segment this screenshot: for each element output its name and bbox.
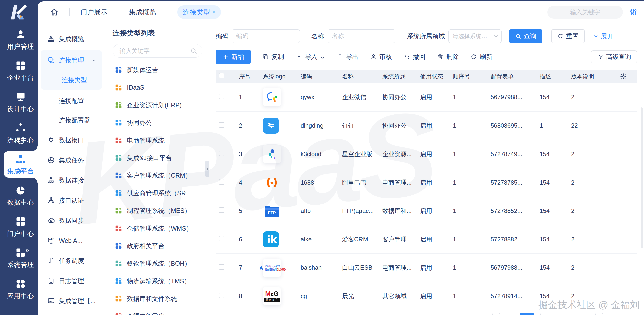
panel-search-input[interactable] bbox=[113, 44, 202, 58]
rail-item-3[interactable]: 设计中心 bbox=[4, 89, 38, 115]
column-header-order[interactable]: 顺序号 bbox=[450, 70, 488, 83]
table-row-1[interactable]: 1qywx企业微信协同办公启用156797988...1542 bbox=[216, 83, 637, 111]
rail-item-7[interactable]: 门户中心 bbox=[4, 213, 38, 240]
menu-subitem-连接配置[interactable]: 连接配置 bbox=[38, 91, 105, 110]
connection-type-item-13[interactable]: 物流运输系统（TMS） bbox=[113, 272, 202, 290]
row-checkbox[interactable] bbox=[219, 122, 224, 128]
toolbar-import-button[interactable]: 导入 bbox=[296, 53, 325, 61]
menu-subitem-连接配置器[interactable]: 连接配置器 bbox=[38, 110, 105, 130]
close-icon[interactable]: × bbox=[212, 9, 215, 15]
connection-type-item-14[interactable]: 数据库和文件系统 bbox=[113, 290, 202, 307]
row-checkbox[interactable] bbox=[219, 293, 224, 298]
table-row-2[interactable]: 2dingding钉钉协同办公启用156808695...122 bbox=[216, 111, 637, 140]
rail-item-6[interactable]: 数据中心 bbox=[4, 182, 38, 209]
menu-subitem-连接类型[interactable]: 连接类型 bbox=[41, 70, 102, 90]
page-number-active[interactable] bbox=[520, 313, 534, 315]
rail-item-2[interactable]: 企业平台 bbox=[4, 58, 38, 84]
rail-item-8[interactable]: 系统管理 bbox=[4, 245, 38, 271]
menu-item-group-header[interactable]: 连接管理 bbox=[41, 50, 102, 70]
menu-item-接口认证[interactable]: 接口认证 bbox=[38, 190, 105, 210]
gear-icon[interactable] bbox=[620, 73, 627, 80]
page-size-select[interactable] bbox=[450, 313, 493, 315]
app-logo[interactable] bbox=[0, 0, 38, 24]
rail-item-4[interactable]: 流程中心 bbox=[4, 120, 38, 147]
menu-item-任务调度[interactable]: 任务调度 bbox=[38, 251, 105, 271]
table-scrollbar[interactable] bbox=[641, 107, 643, 248]
tab-2[interactable]: 集成概览 bbox=[129, 8, 156, 17]
rail-item-9[interactable]: 应用中心 bbox=[4, 276, 38, 302]
menu-item-日志管理[interactable]: 日志管理 bbox=[38, 271, 105, 291]
column-header-num[interactable]: 序号 bbox=[236, 70, 260, 83]
menu-item-集成管理【...[interactable]: 集成管理【... bbox=[38, 291, 105, 311]
row-checkbox[interactable] bbox=[219, 264, 224, 270]
connection-type-item-12[interactable]: 餐饮管理系统（BOH） bbox=[113, 255, 202, 272]
cell-logo bbox=[260, 111, 298, 140]
row-checkbox[interactable] bbox=[219, 179, 224, 185]
menu-item-集成概览[interactable]: 集成概览 bbox=[38, 29, 105, 49]
connection-type-item-15[interactable]: 全渠道新零售 bbox=[113, 307, 202, 315]
menu-item-数据连接[interactable]: 数据连接 bbox=[38, 170, 105, 190]
rail-item-5[interactable]: 集成平台 bbox=[4, 151, 38, 178]
page-number[interactable] bbox=[582, 313, 596, 315]
global-search-input[interactable] bbox=[547, 6, 623, 19]
row-checkbox[interactable] bbox=[219, 151, 224, 156]
toolbar-revoke-button[interactable]: 撤回 bbox=[404, 53, 425, 61]
row-checkbox[interactable] bbox=[219, 94, 224, 99]
row-checkbox[interactable] bbox=[219, 236, 224, 241]
tab-1[interactable]: 门户展示 bbox=[80, 8, 107, 17]
tab-3[interactable]: 连接类型× bbox=[177, 5, 221, 19]
filter-sliders-icon[interactable] bbox=[629, 8, 637, 16]
toolbar-delete-button[interactable]: 删除 bbox=[437, 53, 459, 61]
expand-link[interactable]: 展开 bbox=[593, 32, 613, 40]
column-header-code[interactable]: 编码 bbox=[298, 70, 339, 83]
toolbar-audit-button[interactable]: 审核 bbox=[370, 53, 392, 61]
page-number[interactable] bbox=[540, 313, 554, 315]
connection-type-item-7[interactable]: 客户管理系统（CRM） bbox=[113, 167, 202, 184]
toolbar-copy-button[interactable]: 复制 bbox=[262, 53, 284, 61]
select-all-checkbox[interactable] bbox=[219, 73, 224, 78]
connection-type-item-5[interactable]: 电商管理系统 bbox=[113, 131, 202, 149]
table-row-8[interactable]: 8M&G晨光文具cg晨光其它领域启用157278914...1542 bbox=[216, 282, 637, 310]
table-row-7[interactable]: 7白山云科技BAISHANCLOUDbaishan白山云ESB电商管理...启用… bbox=[216, 253, 637, 282]
page-number[interactable] bbox=[561, 313, 575, 315]
column-header-status[interactable]: 使用状态 bbox=[417, 70, 450, 83]
table-row-5[interactable]: 5FTPaftpFTP(apac...数据库和...启用157278852...… bbox=[216, 197, 637, 225]
query-button[interactable]: 查询 bbox=[509, 29, 542, 43]
table-row-6[interactable]: 6aike爱客CRM客户管理...启用157278882...1542 bbox=[216, 225, 637, 253]
column-header-version[interactable]: 版本说明 bbox=[568, 70, 608, 83]
toolbar-refresh-button[interactable]: 刷新 bbox=[470, 53, 492, 61]
connection-type-item-8[interactable]: 供应商管理系统（SR... bbox=[113, 184, 202, 202]
row-checkbox[interactable] bbox=[219, 207, 224, 213]
name-filter-input[interactable] bbox=[328, 29, 395, 43]
domain-filter-select[interactable]: 请选择系统所属领域 bbox=[448, 29, 502, 43]
menu-item-Web A...[interactable]: API Web A... bbox=[38, 231, 105, 251]
panel-collapse-handle[interactable] bbox=[205, 161, 209, 177]
reset-button[interactable]: 重置 bbox=[551, 29, 585, 43]
menu-item-集成任务[interactable]: 集成任务 bbox=[38, 150, 105, 170]
toolbar-export-button[interactable]: 导出 bbox=[337, 53, 358, 61]
connection-type-item-3[interactable]: 企业资源计划(ERP) bbox=[113, 96, 202, 114]
table-row-3[interactable]: 3k3cloud星空企业版企业资源...启用157278749...1542 bbox=[216, 140, 637, 168]
column-header-domain[interactable]: 系统所属... bbox=[379, 70, 417, 83]
advanced-query-button[interactable]: 高级查询 bbox=[591, 50, 637, 63]
connection-type-item-10[interactable]: 仓储管理系统（WMS） bbox=[113, 219, 202, 237]
column-header-desc[interactable]: 描述 bbox=[537, 70, 568, 83]
menu-item-数据同步[interactable]: 数据同步 bbox=[38, 210, 105, 231]
connection-type-item-4[interactable]: 协同办公 bbox=[113, 114, 202, 131]
column-header-form[interactable]: 配置表单 bbox=[488, 70, 537, 83]
column-header-logo[interactable]: 系统logo bbox=[260, 70, 298, 83]
menu-item-数据接口[interactable]: 数据接口 bbox=[38, 130, 105, 150]
code-filter-input[interactable] bbox=[232, 29, 300, 43]
connection-type-item-2[interactable]: IDaaS bbox=[113, 79, 202, 96]
connection-type-item-1[interactable]: 新媒体运营 bbox=[113, 61, 202, 79]
connection-type-item-9[interactable]: 制程管理系统（MES） bbox=[113, 202, 202, 219]
toolbar-add-button[interactable]: 新增 bbox=[216, 50, 251, 64]
page-prev-button[interactable] bbox=[499, 313, 513, 315]
column-header-name[interactable]: 名称 bbox=[339, 70, 379, 83]
page-next-button[interactable] bbox=[602, 313, 616, 315]
home-icon[interactable] bbox=[50, 8, 59, 17]
connection-type-item-6[interactable]: 集成&J接口平台 bbox=[113, 149, 202, 167]
rail-item-1[interactable]: 用户管理 bbox=[4, 26, 38, 53]
table-row-4[interactable]: 41688阿里巴巴电商管理...启用157278785...1542 bbox=[216, 168, 637, 197]
connection-type-item-11[interactable]: 政府相关平台 bbox=[113, 237, 202, 255]
